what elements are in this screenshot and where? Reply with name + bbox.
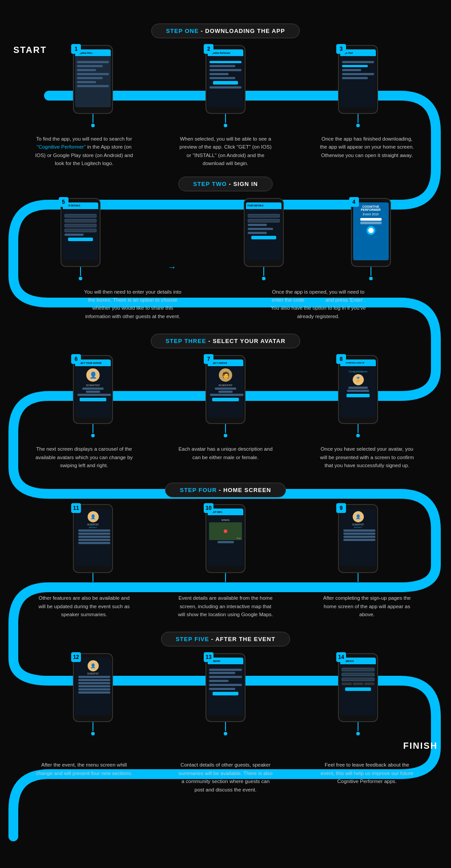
step-four-pill: STEP FOUR - HOME SCREEN [165, 483, 286, 497]
step-one-phones: 1 Cognitive Perf... [0, 45, 451, 128]
phone-item-4: 4 COGNITIVEPERFORMER Event 2016 [351, 198, 391, 281]
step-five-pill: STEP FIVE - AFTER THE EVENT [161, 632, 290, 646]
highlight-logisf: "logiSF" [306, 297, 324, 303]
phone-item-2: 2 Cognitive Performer [205, 45, 246, 128]
step-three-rest: - SELECT YOUR AVATAR [206, 338, 286, 344]
connector-3 [358, 114, 358, 123]
avatar-12: 👤 [88, 660, 99, 671]
dot-5 [79, 277, 82, 280]
phone-screen-13: SUMMARY [208, 658, 243, 715]
step-five-rest: - AFTER THE EVENT [209, 636, 275, 642]
dot-13 [224, 732, 227, 735]
phone-badge-5: 5 [59, 197, 68, 207]
step-three-texts: The next screen displays a carousel of t… [0, 443, 451, 474]
connector-5b [263, 267, 264, 276]
dot-8 [356, 434, 360, 437]
dot-12 [91, 732, 95, 735]
step-three-section: STEP THREE - SELECT YOUR AVATAR 6 SELECT… [0, 334, 451, 474]
dot-5b [262, 277, 266, 280]
step-two-texts: You will then need to enter your details… [0, 286, 451, 325]
text-block-step4-2: Event details are available from the hom… [177, 594, 274, 618]
connector-9 [358, 573, 358, 582]
phone-14: FEEDBACK [338, 653, 378, 722]
phone-badge-2: 2 [204, 44, 213, 54]
step-three-phones: 6 SELECT YOUR AVATAR 👤 SCIENTIST [0, 355, 451, 438]
phone-item-13: 13 SUMMARY [205, 653, 246, 736]
step-three-accent: STEP THREE [165, 338, 206, 344]
phone-badge-3: 3 [336, 44, 346, 54]
step-five-texts: After the event, the menu screen whill c… [0, 759, 451, 807]
text-block-3: Once the app has finished downloading, t… [318, 135, 416, 168]
phone-screen-6: SELECT YOUR AVATAR 👤 SCIENTIST [75, 359, 111, 417]
dot-7 [224, 434, 227, 437]
phone-badge-8: 8 [336, 354, 346, 364]
phone-badge-14: 14 [336, 652, 346, 662]
phone-screen-12: 👤 SCIENTIST [75, 658, 111, 715]
phone-5b: YOUR DETAILS [244, 198, 284, 267]
step-one-pill: STEP ONE - DOWNLOADING THE APP [151, 24, 300, 38]
phone-screen-14: FEEDBACK [340, 658, 376, 715]
step-one-section: STEP ONE - DOWNLOADING THE APP START 1 C… [0, 9, 451, 168]
phone-badge-13: 13 [204, 652, 213, 662]
phone-item-5: 5 YOUR DETAILS [60, 198, 101, 281]
dot-10 [224, 583, 227, 586]
phone-item-8: 8 REGISTRATION & SIGN UP Congratulations… [338, 355, 378, 438]
connector-14 [358, 722, 358, 731]
step-two-pill: STEP TWO - SIGN IN [178, 177, 273, 191]
connector-2 [225, 114, 226, 123]
step-five-accent: STEP FIVE [176, 636, 209, 642]
step-three-pill: STEP THREE - SELECT YOUR AVATAR [151, 334, 300, 348]
phone-item-12: 12 👤 SCIENTIST [73, 653, 113, 736]
text-block-1: To find the app, you will need to search… [35, 135, 133, 168]
phone-item-6: 6 SELECT YOUR AVATAR 👤 SCIENTIST [73, 355, 113, 438]
text-block-step3-1: The next screen displays a carousel of t… [35, 445, 133, 469]
phone-10: EVENT INFO WHERE Maps [205, 504, 246, 573]
text-block-step5-3: Feel free to leave feedback about the ev… [318, 761, 416, 794]
text-block-step3-3: Once you have selected your avatar, you … [318, 445, 416, 469]
avatar-9: 👤 [353, 511, 364, 522]
step-four-accent: STEP FOUR [180, 487, 217, 493]
finish-label: FINISH [403, 741, 438, 751]
phone-item-5b: YOUR DETAILS [244, 198, 284, 281]
phone-13: SUMMARY [205, 653, 246, 722]
phone-5: YOUR DETAILS [60, 198, 101, 267]
phone-12: 👤 SCIENTIST [73, 653, 113, 722]
phone-7: SELECT AVATAR 🧑 SCIENTIST [205, 355, 246, 424]
phone-6: SELECT YOUR AVATAR 👤 SCIENTIST [73, 355, 113, 424]
step-four-rest: - HOME SCREEN [217, 487, 271, 493]
phone-badge-10: 10 [204, 503, 213, 513]
avatar-8: 🏅 [353, 374, 364, 385]
phone-screen-2: Cognitive Performer [208, 49, 243, 107]
text-block-step5-2: Contact details of other guests, speaker… [177, 761, 274, 794]
step-four-header: STEP FOUR - HOME SCREEN [0, 483, 451, 497]
dot-14 [356, 732, 360, 735]
connector-8 [358, 424, 358, 433]
dot-9 [356, 583, 360, 586]
phone-badge-1: 1 [71, 44, 81, 54]
phone-screen-3: Cogn. Perf [340, 49, 376, 107]
phone-screen-7: SELECT AVATAR 🧑 SCIENTIST [208, 359, 243, 417]
connector-6 [93, 424, 93, 433]
connector-5 [80, 267, 81, 276]
text-block-step5-1: After the event, the menu screen whill c… [35, 761, 133, 794]
phone-item-3: 3 Cogn. Perf [338, 45, 378, 128]
step-five-header: STEP FIVE - AFTER THE EVENT [0, 632, 451, 646]
step-two-accent: STEP TWO [193, 181, 227, 187]
phone-screen-5b: YOUR DETAILS [246, 202, 282, 260]
step-two-rest: - SIGN IN [227, 181, 258, 187]
step-two-header: STEP TWO - SIGN IN [0, 177, 451, 191]
text-block-step4-1: Other features are also be available and… [35, 594, 133, 618]
highlight-1: "Cognitive Performer" [36, 144, 85, 149]
connector-10 [225, 573, 226, 582]
step-four-texts: Other features are also be available and… [0, 592, 451, 623]
text-block-step2-2: Once the app is opened, you will need to… [270, 288, 367, 321]
step-five-section: STEP FIVE - AFTER THE EVENT 12 👤 SCIENTI… [0, 632, 451, 807]
avatar-6: 👤 [86, 368, 100, 382]
phone-4: COGNITIVEPERFORMER Event 2016 [351, 198, 391, 267]
phone-badge-4: 4 [349, 197, 359, 207]
dot-1 [91, 124, 95, 127]
text-block-step2-1: You will then need to enter your details… [84, 288, 182, 321]
connector-11 [93, 573, 93, 582]
dot-11 [91, 583, 95, 586]
connector-12 [93, 722, 93, 731]
